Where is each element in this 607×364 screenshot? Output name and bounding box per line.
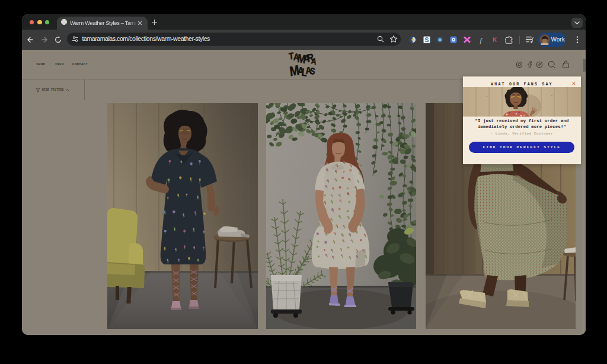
svg-text:❄: ❄	[437, 37, 442, 43]
svg-text:ƒ: ƒ	[479, 36, 483, 44]
svg-text:S: S	[424, 36, 429, 43]
svg-text:K: K	[493, 37, 497, 43]
svg-text:S: S	[309, 66, 315, 76]
